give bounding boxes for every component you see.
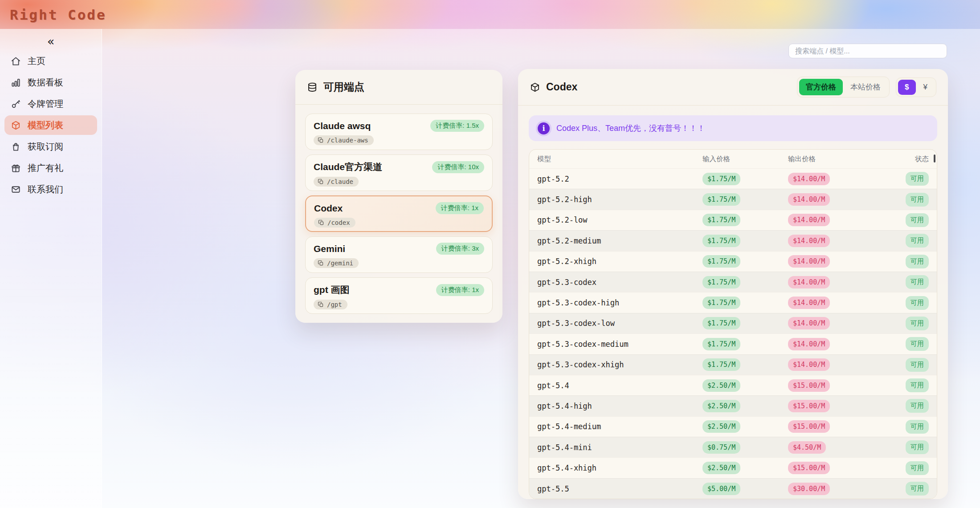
input-price-pill: $1.75/M	[702, 193, 740, 206]
table-row: gpt-5.4-xhigh $2.50/M $15.00/M 可用	[529, 457, 937, 478]
sidebar-collapse-button[interactable]: «	[0, 32, 102, 50]
billing-multiplier-badge: 计费倍率: 1.5x	[430, 120, 484, 132]
billing-multiplier-badge: 计费倍率: 3x	[436, 243, 484, 255]
model-name: gpt-5.4-mini	[537, 443, 702, 452]
status-badge: 可用	[906, 482, 929, 496]
table-row: gpt-5.2-medium $1.75/M $14.00/M 可用	[529, 230, 937, 251]
endpoint-card[interactable]: Claude awsq 计费倍率: 1.5x /claude-aws	[305, 114, 493, 150]
model-name: gpt-5.3-codex-high	[537, 298, 702, 307]
output-price-pill: $15.00/M	[788, 462, 830, 474]
currency-dollar-button[interactable]: $	[898, 80, 915, 95]
table-row: gpt-5.4 $2.50/M $15.00/M 可用	[529, 375, 937, 395]
table-row: gpt-5.2 $1.75/M $14.00/M 可用	[529, 168, 937, 189]
endpoint-path-chip[interactable]: /claude-aws	[314, 135, 374, 145]
endpoint-path-chip[interactable]: /gemini	[314, 258, 359, 268]
detail-panel: Codex 官方价格 本站价格 $ ¥ i Codex Plus、Team	[518, 69, 948, 499]
endpoint-path: /claude	[327, 178, 353, 185]
package-icon	[530, 82, 540, 93]
sidebar-item-label: 令牌管理	[28, 98, 63, 110]
input-price-pill: $1.75/M	[702, 297, 740, 309]
endpoint-name: Codex	[314, 203, 343, 214]
currency-yuan-button[interactable]: ¥	[917, 80, 934, 95]
status-badge: 可用	[906, 358, 929, 372]
table-row: gpt-5.2-xhigh $1.75/M $14.00/M 可用	[529, 251, 937, 272]
input-price-pill: $1.75/M	[702, 173, 740, 185]
endpoints-list: Claude awsq 计费倍率: 1.5x /claude-aws Claud…	[295, 105, 502, 323]
sidebar-item-label: 获取订阅	[28, 141, 63, 153]
official-price-button[interactable]: 官方价格	[799, 79, 843, 95]
output-price-pill: $14.00/M	[788, 193, 830, 206]
sidebar-item-home[interactable]: 主页	[4, 51, 97, 71]
model-name: gpt-5.3-codex	[537, 278, 702, 287]
table-row: gpt-5.4-mini $0.75/M $4.50/M 可用	[529, 437, 937, 457]
notice-banner: i Codex Plus、Team优先，没有普号！！！	[529, 115, 937, 141]
app-window: Right Code « 主页 数据看板 令牌管理 模型列表 获取订阅 推广有礼…	[0, 0, 980, 508]
status-badge: 可用	[906, 317, 929, 330]
output-price-pill: $30.00/M	[788, 483, 830, 495]
app-logo: Right Code	[0, 7, 106, 23]
endpoint-card[interactable]: gpt 画图 计费倍率: 1x /gpt	[305, 277, 493, 314]
sidebar-item-label: 联系我们	[28, 183, 63, 195]
model-name: gpt-5.3-codex-low	[537, 319, 702, 328]
sidebar-item-contact[interactable]: 联系我们	[4, 179, 97, 199]
input-price-pill: $1.75/M	[702, 338, 740, 350]
table-row: gpt-5.2-low $1.75/M $14.00/M 可用	[529, 210, 937, 230]
endpoint-card[interactable]: Codex 计费倍率: 1x /codex	[305, 195, 493, 232]
key-icon	[11, 99, 21, 109]
endpoint-name: Claude awsq	[314, 121, 371, 131]
endpoints-panel: 可用端点 Claude awsq 计费倍率: 1.5x /claude-aws …	[295, 70, 502, 323]
input-price-pill: $1.75/M	[702, 317, 740, 329]
status-badge: 可用	[906, 275, 929, 289]
sidebar-item-dashboard[interactable]: 数据看板	[4, 73, 97, 92]
table-scrollbar-thumb[interactable]	[934, 154, 935, 163]
models-table: 模型 输入价格 输出价格 状态 gpt-5.2 $1.75/M $14.00/M…	[529, 149, 937, 499]
detail-panel-header: Codex 官方价格 本站价格 $ ¥	[518, 69, 948, 106]
sidebar-item-models[interactable]: 模型列表	[4, 115, 97, 135]
billing-multiplier-badge: 计费倍率: 10x	[432, 161, 484, 173]
model-name: gpt-5.5	[537, 484, 702, 493]
model-name: gpt-5.4-xhigh	[537, 463, 702, 472]
table-header-row: 模型 输入价格 输出价格 状态	[529, 150, 937, 168]
gift-icon	[11, 163, 21, 173]
detail-panel-body: i Codex Plus、Team优先，没有普号！！！ 模型 输入价格 输出价格…	[518, 106, 948, 508]
mail-icon	[11, 184, 21, 195]
billing-multiplier-badge: 计费倍率: 1x	[436, 284, 484, 296]
status-badge: 可用	[906, 337, 929, 351]
status-badge: 可用	[906, 255, 929, 268]
sidebar: « 主页 数据看板 令牌管理 模型列表 获取订阅 推广有礼 联系我们	[0, 29, 102, 508]
sidebar-item-tokens[interactable]: 令牌管理	[4, 94, 97, 114]
endpoint-card[interactable]: Gemini 计费倍率: 3x /gemini	[305, 236, 493, 273]
model-name: gpt-5.4-high	[537, 402, 702, 410]
endpoint-path-chip[interactable]: /claude	[314, 177, 359, 187]
col-header-input: 输入价格	[702, 154, 788, 164]
app-header: Right Code	[0, 0, 980, 29]
detail-panel-title: Codex	[546, 81, 577, 93]
endpoint-path-chip[interactable]: /codex	[314, 218, 355, 228]
endpoint-name: gpt 画图	[314, 284, 349, 296]
search-input[interactable]	[788, 44, 947, 58]
model-name: gpt-5.3-codex-medium	[537, 340, 702, 349]
table-row: gpt-5.3-codex-low $1.75/M $14.00/M 可用	[529, 313, 937, 333]
col-header-output: 输出价格	[788, 154, 890, 164]
model-name: gpt-5.2-xhigh	[537, 257, 702, 266]
model-name: gpt-5.2-low	[537, 215, 702, 224]
sidebar-item-referral[interactable]: 推广有礼	[4, 158, 97, 178]
output-price-pill: $14.00/M	[788, 358, 830, 371]
endpoint-path: /codex	[327, 219, 350, 226]
table-body: gpt-5.2 $1.75/M $14.00/M 可用 gpt-5.2-high…	[529, 168, 937, 499]
input-price-pill: $2.50/M	[702, 462, 740, 474]
model-name: gpt-5.3-codex-xhigh	[537, 360, 702, 369]
table-row: gpt-5.3-codex-high $1.75/M $14.00/M 可用	[529, 292, 937, 313]
status-badge: 可用	[906, 296, 929, 310]
bag-icon	[11, 142, 21, 152]
output-price-pill: $15.00/M	[788, 379, 830, 392]
copy-icon	[318, 179, 324, 185]
price-toggle-group: 官方价格 本站价格	[797, 77, 890, 98]
sidebar-item-label: 模型列表	[28, 119, 63, 131]
sidebar-item-subscribe[interactable]: 获取订阅	[4, 137, 97, 156]
site-price-button[interactable]: 本站价格	[844, 79, 887, 95]
input-price-pill: $2.50/M	[702, 400, 740, 412]
endpoint-path-chip[interactable]: /gpt	[314, 300, 347, 309]
endpoint-card[interactable]: Claude官方渠道 计费倍率: 10x /claude	[305, 154, 493, 191]
output-price-pill: $15.00/M	[788, 420, 830, 433]
